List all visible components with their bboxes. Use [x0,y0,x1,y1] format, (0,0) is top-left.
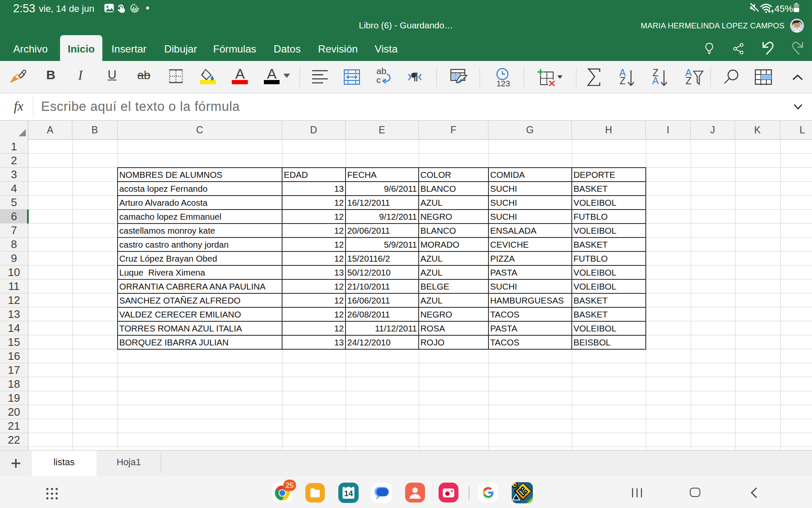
svg-text:123: 123 [497,79,510,87]
svg-text:14: 14 [344,489,353,498]
